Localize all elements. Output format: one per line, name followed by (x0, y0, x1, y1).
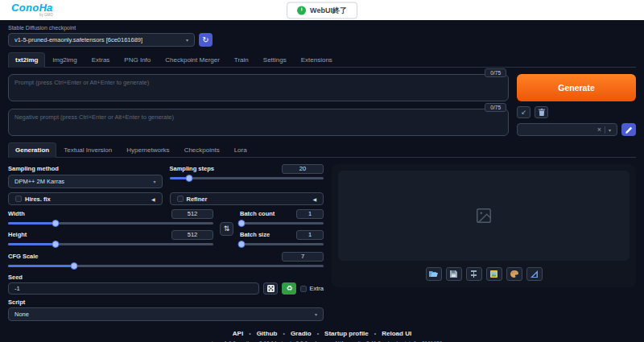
output-image-area (338, 171, 630, 261)
dice-icon (267, 285, 275, 292)
tab-extensions[interactable]: Extensions (294, 52, 340, 68)
batch-size-input[interactable] (296, 230, 324, 240)
refresh-icon: ↻ (202, 35, 208, 44)
sampling-steps-slider[interactable] (170, 175, 324, 182)
open-folder-button[interactable] (426, 267, 442, 281)
chevron-down-icon: ▾ (609, 127, 611, 133)
footer-dot: • (317, 331, 319, 336)
footer-link-reload-ui[interactable]: Reload UI (382, 330, 411, 337)
negative-prompt-container: 0/75 (8, 109, 509, 136)
tab-generation[interactable]: Generation (8, 142, 56, 158)
send-to-extras-button[interactable] (506, 267, 522, 281)
paste-generation-params-button[interactable]: ↙ (517, 106, 530, 118)
sampling-method-dropdown[interactable]: DPM++ 2M Karras ▾ (8, 175, 163, 188)
prompt-token-counter: 0/75 (485, 68, 506, 77)
width-slider[interactable] (8, 220, 213, 227)
tab-train[interactable]: Train (227, 52, 256, 68)
extra-seed-label: Extra (309, 285, 324, 292)
send-to-img2img-button[interactable] (486, 267, 502, 281)
tab-checkpoints[interactable]: Checkpoints (177, 142, 227, 158)
footer-link-github[interactable]: Github (257, 330, 278, 337)
webui-exit-button[interactable]: WebUI終了 (287, 2, 357, 19)
tab-textual-inversion[interactable]: Textual Inversion (56, 142, 119, 158)
collapsed-arrow-icon: ◀ (151, 196, 155, 202)
negative-prompt-input[interactable] (8, 109, 509, 136)
styles-dropdown[interactable]: × ▾ (517, 123, 617, 136)
generation-controls: Sampling method DPM++ 2M Karras ▾ Sampli… (8, 164, 324, 325)
script-label: Script (8, 299, 324, 306)
sampling-method-label: Sampling method (8, 165, 59, 172)
width-label: Width (8, 210, 25, 217)
chevron-down-icon: ▾ (315, 311, 317, 317)
prompt-input[interactable] (8, 74, 509, 101)
checkbox-icon (300, 286, 307, 292)
refresh-checkpoint-button[interactable]: ↻ (199, 33, 213, 47)
trash-icon (539, 109, 545, 116)
main-tab-bar: txt2img img2img Extras PNG Info Checkpoi… (8, 52, 636, 68)
picture-icon (490, 270, 497, 278)
conoha-logo: ConoHa by GMO (11, 2, 53, 18)
power-icon (297, 6, 306, 14)
tab-extras[interactable]: Extras (85, 52, 118, 68)
height-label: Height (8, 231, 27, 238)
tab-img2img[interactable]: img2img (45, 52, 84, 68)
top-header: ConoHa by GMO WebUI終了 (0, 0, 644, 20)
footer-link-api[interactable]: API (233, 330, 243, 337)
batch-count-slider[interactable] (240, 220, 324, 227)
save-icon (450, 270, 457, 278)
height-input[interactable] (171, 230, 213, 240)
refiner-checkbox[interactable] (177, 196, 184, 202)
clear-styles-icon[interactable]: × (597, 126, 605, 134)
swap-dimensions-button[interactable]: ⇅ (220, 222, 233, 236)
refiner-accordion[interactable]: Refiner ◀ (170, 192, 324, 205)
hires-fix-accordion[interactable]: Hires. fix ◀ (8, 192, 163, 205)
hires-fix-checkbox[interactable] (15, 196, 22, 202)
checkpoint-label: Stable Diffusion checkpoint (8, 25, 636, 31)
edit-styles-button[interactable] (621, 123, 636, 136)
batch-count-label: Batch count (240, 210, 275, 217)
footer-dot: • (249, 331, 250, 336)
tab-settings[interactable]: Settings (256, 52, 294, 68)
ruler-icon (530, 270, 538, 278)
batch-count-input[interactable] (296, 209, 324, 219)
output-toolbar (338, 267, 630, 281)
footer-link-gradio[interactable]: Gradio (291, 330, 312, 337)
random-seed-button[interactable] (263, 282, 278, 295)
height-slider[interactable] (8, 241, 213, 248)
footer-dot: • (283, 331, 284, 336)
tab-txt2img[interactable]: txt2img (8, 52, 45, 68)
cfg-scale-slider[interactable] (8, 262, 324, 270)
swap-icon: ⇅ (224, 225, 230, 233)
tab-checkpoint-merger[interactable]: Checkpoint Merger (158, 52, 227, 68)
tab-png-info[interactable]: PNG Info (117, 52, 158, 68)
width-input[interactable] (171, 209, 213, 219)
generate-button[interactable]: Generate (517, 74, 636, 101)
generate-column: Generate ↙ × ▾ (517, 74, 636, 136)
sampling-method-value: DPM++ 2M Karras (14, 178, 64, 185)
save-zip-button[interactable] (466, 267, 482, 281)
tab-hypernetworks[interactable]: Hypernetworks (119, 142, 176, 158)
batch-size-slider[interactable] (240, 241, 324, 248)
palette-icon (510, 270, 518, 278)
paste-arrow-icon: ↙ (521, 109, 526, 116)
script-dropdown[interactable]: None ▾ (8, 307, 324, 321)
extra-seed-checkbox[interactable]: Extra (300, 285, 324, 292)
reuse-seed-button[interactable]: ♻ (282, 282, 296, 295)
prompt-area: 0/75 0/75 Generate ↙ (8, 74, 636, 136)
tab-lora[interactable]: Lora (227, 142, 254, 158)
prompt-container: 0/75 (8, 74, 509, 101)
main-content: Stable Diffusion checkpoint v1-5-pruned-… (0, 20, 644, 342)
sampling-steps-input[interactable] (282, 164, 324, 174)
recycle-icon: ♻ (286, 285, 292, 292)
webui-exit-label: WebUI終了 (310, 5, 347, 15)
cfg-scale-input[interactable] (282, 252, 324, 262)
seed-input[interactable] (8, 282, 259, 295)
pencil-icon (625, 126, 633, 134)
send-to-inpaint-button[interactable] (526, 267, 543, 281)
footer-link-startup-profile[interactable]: Startup profile (324, 330, 369, 337)
image-placeholder-icon (475, 207, 493, 225)
save-image-button[interactable] (446, 267, 462, 281)
clear-prompt-button[interactable] (535, 106, 548, 118)
checkpoint-dropdown[interactable]: v1-5-pruned-emaonly.safetensors [6ce0161… (8, 33, 195, 47)
page-footer: API • Github • Gradio • Startup profile … (8, 325, 636, 342)
